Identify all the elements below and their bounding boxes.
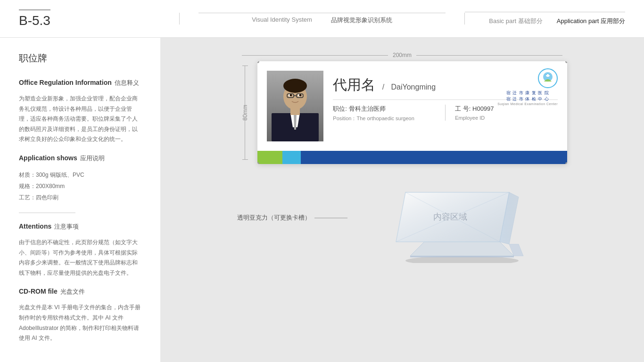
- badge-bottom-bar: [257, 151, 567, 164]
- basic-part-label: Basic part 基础部分: [489, 17, 542, 25]
- svg-marker-20: [410, 256, 514, 257]
- section3-title: Attentions 注意事项: [19, 222, 141, 234]
- badge-area: 200mm 80mm: [237, 52, 567, 164]
- acrylic-stand-svg: 内容区域: [372, 188, 542, 263]
- vi-system-en: Visual Identity System: [252, 16, 312, 25]
- dim-line-right: [416, 55, 562, 56]
- svg-marker-19: [410, 242, 514, 256]
- badge-card: 宿 迁 市 康 复 医 院 宿 迁 市 体 检 中 心 Suqian Medic…: [257, 61, 567, 164]
- corner-dot-br: [565, 162, 567, 164]
- name-slash: /: [382, 83, 384, 91]
- page-code: B-5.3: [19, 9, 50, 28]
- dimension-top-line: 200mm: [237, 52, 567, 58]
- header-center: Visual Identity System 品牌视觉形象识别系统: [179, 13, 465, 25]
- header-left: B-5.3: [19, 9, 179, 28]
- section4-body: 光盘文件是本 VI 手册电子文件的集合，内含手册制作时的专用软件格式文件。其中 …: [19, 303, 141, 343]
- svg-marker-7: [294, 113, 297, 130]
- dim-line-vertical: [245, 66, 245, 107]
- section2-title: Application shows 应用说明: [19, 154, 141, 165]
- section-divider: [19, 213, 75, 213]
- header-right-nav: Basic part 基础部分 Application part 应用部分: [465, 12, 625, 25]
- hospital-name: 宿 迁 市 康 复 医 院 宿 迁 市 体 检 中 心 Suqian Medic…: [497, 90, 558, 107]
- application-part-label: Application part 应用部分: [557, 17, 625, 25]
- sidebar-title: 职位牌: [19, 52, 141, 65]
- acrylic-connecting-line: [314, 218, 347, 218]
- content-area: 200mm 80mm: [160, 38, 644, 362]
- acrylic-label: 透明亚克力（可更换卡槽）: [237, 188, 311, 222]
- badge-position: 职位: 骨科主治医师 Position：The orthopaedic surg…: [333, 105, 436, 122]
- header: B-5.3 Visual Identity System 品牌视觉形象识别系统 …: [0, 0, 644, 38]
- acrylic-stand-visual: 内容区域: [347, 188, 567, 263]
- badge-employee-id: 工 号: H00997 Employee ID: [445, 105, 558, 121]
- badge-photo-img: [267, 71, 323, 141]
- dimension-left: 80mm: [237, 66, 253, 160]
- section1-title: Office Regulation Information 信息释义: [19, 79, 141, 90]
- svg-point-10: [283, 79, 307, 93]
- badge-photo: [267, 71, 323, 141]
- badge-with-dim: 80mm: [237, 61, 567, 164]
- svg-point-14: [299, 94, 302, 97]
- dimension-width-label: 200mm: [388, 52, 416, 58]
- section3-body: 由于信息的不确定性，此页部分规范（如文字大小、间距等）可作为参考使用，具体可根据…: [19, 238, 141, 278]
- section4-title: CD-ROM file 光盘文件: [19, 288, 141, 299]
- dim-tick-bottom: [242, 159, 248, 160]
- sidebar: 职位牌 Office Regulation Information 信息释义 为…: [0, 38, 160, 362]
- acrylic-section: 透明亚克力（可更换卡槽）: [237, 188, 567, 263]
- header-center-top-line: [198, 13, 446, 13]
- dim-line-vertical2: [245, 118, 245, 159]
- dim-line-left: [242, 55, 388, 56]
- dimension-height-label: 80mm: [242, 105, 248, 120]
- main-layout: 职位牌 Office Regulation Information 信息释义 为…: [0, 38, 644, 362]
- header-center-labels: Visual Identity System 品牌视觉形象识别系统: [252, 16, 392, 25]
- badge-logo: 宿 迁 市 康 复 医 院 宿 迁 市 体 检 中 心 Suqian Medic…: [497, 68, 558, 107]
- svg-point-13: [290, 94, 292, 97]
- vi-system-zh: 品牌视觉形象识别系统: [331, 16, 392, 25]
- hospital-logo-icon: [538, 68, 558, 88]
- section1-body: 为塑造企业新形象，加强企业管理，配合企业商务礼仪规范，特设计各种用品，以便于企业…: [19, 94, 141, 145]
- svg-text:内容区域: 内容区域: [433, 212, 467, 222]
- section2-spec: 材质：300g 铜版纸、PVC 规格：200X80mm 工艺：四色印刷: [19, 169, 141, 203]
